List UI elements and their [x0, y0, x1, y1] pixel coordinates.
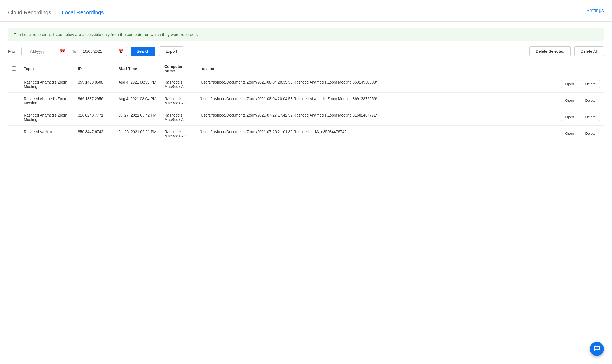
row-location: /Users/rasheed/Documents/Zoom/2021-07-27… — [196, 109, 557, 126]
to-label: To — [72, 49, 76, 54]
col-header-checkbox — [8, 62, 20, 76]
from-date-input[interactable] — [22, 47, 57, 56]
col-header-topic: Topic — [20, 62, 74, 76]
row-checkbox-cell — [8, 76, 20, 93]
row-location: /Users/rasheed/Documents/Zoom/2021-08-04… — [196, 93, 557, 109]
row-actions: Open Delete — [557, 126, 604, 142]
row-checkbox-cell — [8, 93, 20, 109]
tab-local-recordings[interactable]: Local Recordings — [62, 9, 104, 21]
from-label: From — [8, 49, 18, 54]
open-button-3[interactable]: Open — [561, 130, 579, 137]
row-checkbox-1[interactable] — [12, 97, 16, 101]
row-checkbox-2[interactable] — [12, 113, 16, 117]
recordings-table: Topic ID Start Time Computer Name Locati… — [8, 62, 604, 142]
search-button[interactable]: Search — [131, 47, 156, 56]
open-button-2[interactable]: Open — [561, 113, 579, 121]
row-checkbox-0[interactable] — [12, 80, 16, 84]
row-actions: Open Delete — [557, 76, 604, 93]
open-button-0[interactable]: Open — [561, 80, 579, 88]
row-location: /Users/rasheed/Documents/Zoom/2021-08-04… — [196, 76, 557, 93]
row-topic: Rasheed Ahamed's Zoom Meeting — [20, 93, 74, 109]
from-date-wrapper: 📅 — [21, 47, 68, 56]
info-banner: The Local recordings listed below are ac… — [8, 28, 604, 41]
row-id: 816 8240 7771 — [74, 109, 115, 126]
row-starttime: Aug 4, 2021 08:04 PM — [115, 93, 161, 109]
row-location: /Users/rasheed/Documents/Zoom/2021-07-26… — [196, 126, 557, 142]
delete-selected-button[interactable]: Delete Selected — [529, 46, 571, 56]
settings-link[interactable]: Settings — [586, 8, 604, 14]
to-calendar-button[interactable]: 📅 — [116, 47, 127, 55]
row-actions: Open Delete — [557, 93, 604, 109]
row-checkbox-3[interactable] — [12, 130, 16, 134]
row-checkbox-cell — [8, 126, 20, 142]
row-starttime: Jul 27, 2021 05:42 PM — [115, 109, 161, 126]
row-checkbox-cell — [8, 109, 20, 126]
to-date-wrapper: 📅 — [80, 47, 127, 56]
row-computer: Rasheed's MacBook Air — [161, 109, 196, 126]
delete-all-button[interactable]: Delete All — [574, 46, 604, 56]
to-date-input[interactable] — [80, 47, 116, 56]
row-computer: Rasheed's MacBook Air — [161, 126, 196, 142]
table-row: Rasheed Ahamed's Zoom Meeting 859 1493 8… — [8, 76, 604, 93]
row-computer: Rasheed's MacBook Air — [161, 76, 196, 93]
row-starttime: Jul 26, 2021 09:01 PM — [115, 126, 161, 142]
select-all-checkbox[interactable] — [12, 66, 16, 71]
col-header-starttime: Start Time — [115, 62, 161, 76]
col-header-id: ID — [74, 62, 115, 76]
row-topic: Rasheed <> Max — [20, 126, 74, 142]
row-id: 869 1387 2956 — [74, 93, 115, 109]
delete-button-3[interactable]: Delete — [581, 130, 600, 137]
delete-button-1[interactable]: Delete — [581, 97, 600, 104]
table-row: Rasheed <> Max 850 3447 6742 Jul 26, 202… — [8, 126, 604, 142]
row-computer: Rasheed's MacBook Air — [161, 93, 196, 109]
row-topic: Rasheed Ahamed's Zoom Meeting — [20, 76, 74, 93]
table-row: Rasheed Ahamed's Zoom Meeting 869 1387 2… — [8, 93, 604, 109]
row-actions: Open Delete — [557, 109, 604, 126]
col-header-location: Location — [196, 62, 557, 76]
delete-button-0[interactable]: Delete — [581, 80, 600, 88]
row-id: 850 3447 6742 — [74, 126, 115, 142]
open-button-1[interactable]: Open — [561, 97, 579, 104]
from-calendar-button[interactable]: 📅 — [57, 47, 68, 55]
delete-button-2[interactable]: Delete — [581, 113, 600, 121]
row-topic: Rasheed Ahamed's Zoom Meeting — [20, 109, 74, 126]
row-id: 859 1493 8508 — [74, 76, 115, 93]
tab-cloud-recordings[interactable]: Cloud Recordings — [8, 9, 51, 21]
table-row: Rasheed Ahamed's Zoom Meeting 816 8240 7… — [8, 109, 604, 126]
col-header-actions — [557, 62, 604, 76]
col-header-computer: Computer Name — [161, 62, 196, 76]
export-button[interactable]: Export — [159, 46, 183, 56]
row-starttime: Aug 4, 2021 08:35 PM — [115, 76, 161, 93]
